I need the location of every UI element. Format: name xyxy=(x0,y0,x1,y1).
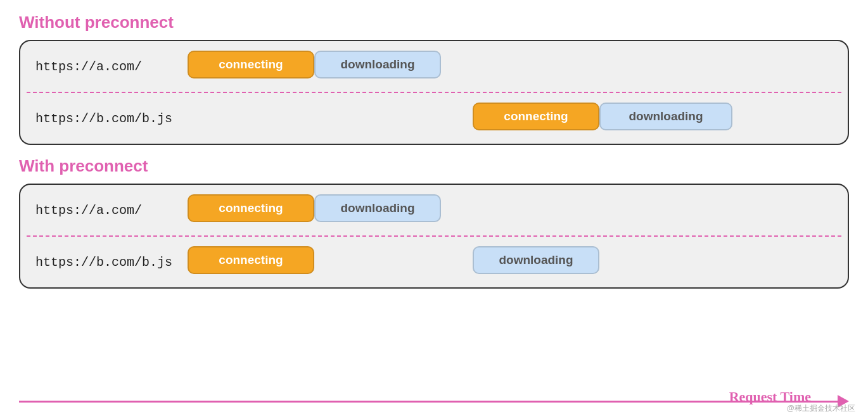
wop-timeline1: connecting downloading xyxy=(188,51,833,82)
wp-url1: https://a.com/ xyxy=(35,203,188,218)
wop-timeline2: connecting downloading xyxy=(188,103,833,134)
wop-r2-downloading-pill: downloading xyxy=(599,103,732,130)
watermark: @稀土掘金技术社区 xyxy=(787,403,855,414)
wop-r2-connecting-pill: connecting xyxy=(473,103,599,130)
wop-url2: https://b.com/b.js xyxy=(35,111,188,126)
with-preconnect-box: https://a.com/ connecting downloading ht… xyxy=(19,184,849,289)
section1-title: Without preconnect xyxy=(19,13,849,32)
main-container: Without preconnect https://a.com/ connec… xyxy=(0,0,868,419)
without-preconnect-row2: https://b.com/b.js connecting downloadin… xyxy=(20,93,848,144)
wop-r1-downloading-pill: downloading xyxy=(314,51,441,78)
wp-r1-connecting-pill: connecting xyxy=(188,194,314,222)
wop-r1-connecting-pill: connecting xyxy=(188,51,314,78)
wp-r1-downloading-pill: downloading xyxy=(314,194,441,222)
with-preconnect-row1: https://a.com/ connecting downloading xyxy=(20,185,848,235)
arrow-line xyxy=(19,401,838,403)
without-preconnect-box: https://a.com/ connecting downloading ht… xyxy=(19,40,849,145)
wp-url2: https://b.com/b.js xyxy=(35,255,188,270)
wp-timeline2: connecting downloading xyxy=(188,246,833,278)
wp-r2-downloading-pill: downloading xyxy=(473,246,599,274)
without-preconnect-row1: https://a.com/ connecting downloading xyxy=(20,41,848,92)
wp-r2-connecting-pill: connecting xyxy=(188,246,314,274)
section2-title: With preconnect xyxy=(19,156,849,176)
wop-url1: https://a.com/ xyxy=(35,59,188,74)
wp-timeline1: connecting downloading xyxy=(188,194,833,226)
request-time-arrow-container xyxy=(19,395,849,408)
with-preconnect-row2: https://b.com/b.js connecting downloadin… xyxy=(20,237,848,287)
